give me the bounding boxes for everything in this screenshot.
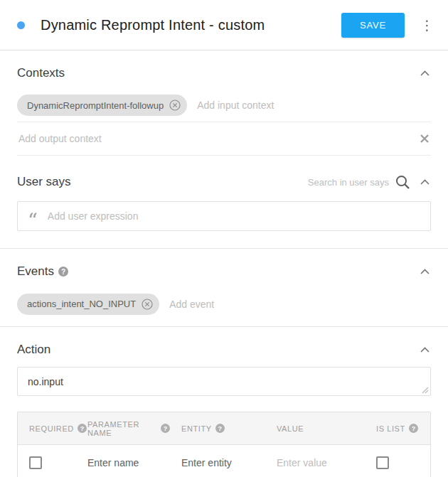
is-list-checkbox[interactable] bbox=[376, 456, 389, 469]
header-is-list: IS LIST ? bbox=[358, 412, 430, 444]
quote-icon: “ bbox=[28, 218, 38, 225]
add-event-input[interactable] bbox=[169, 299, 431, 310]
more-options-icon[interactable]: ⋮ bbox=[416, 16, 438, 35]
user-says-search bbox=[284, 174, 431, 190]
intent-header: Dynamic Reprompt Intent - custom SAVE ⋮ bbox=[0, 0, 448, 50]
user-says-collapse-icon[interactable] bbox=[419, 178, 431, 186]
page-title: Dynamic Reprompt Intent - custom bbox=[41, 17, 265, 33]
input-context-chip-label: DynamicRepromptIntent-followup bbox=[27, 100, 164, 111]
contexts-section: Contexts DynamicRepromptIntent-followup bbox=[0, 50, 448, 156]
parameter-row bbox=[18, 445, 430, 477]
events-collapse-icon[interactable] bbox=[419, 267, 431, 276]
action-section: Action REQUIRED ? PARAMETER NAME ? bbox=[0, 327, 448, 477]
event-chip-label: actions_intent_NO_INPUT bbox=[27, 299, 136, 309]
contexts-title: Contexts bbox=[17, 66, 65, 80]
intent-editor-page: Dynamic Reprompt Intent - custom SAVE ⋮ … bbox=[0, 0, 448, 477]
search-icon[interactable] bbox=[395, 174, 410, 190]
action-section-head: Action bbox=[17, 327, 431, 365]
user-says-section-head: User says bbox=[17, 156, 431, 198]
parameter-name-input[interactable] bbox=[87, 457, 170, 468]
intent-status-dot bbox=[17, 21, 25, 29]
search-in-user-says-input[interactable] bbox=[284, 177, 389, 188]
parameter-name-help-icon[interactable]: ? bbox=[161, 424, 170, 433]
events-section-head: Events ? bbox=[17, 249, 431, 287]
required-checkbox[interactable] bbox=[29, 456, 42, 469]
is-list-cell bbox=[358, 445, 430, 477]
events-help-icon[interactable]: ? bbox=[58, 267, 68, 277]
required-cell bbox=[18, 445, 76, 477]
is-list-help-icon[interactable]: ? bbox=[409, 424, 418, 433]
header-entity: ENTITY ? bbox=[170, 412, 265, 444]
add-output-context-input[interactable] bbox=[18, 133, 418, 144]
action-collapse-icon[interactable] bbox=[419, 345, 431, 354]
user-says-section: User says “ bbox=[0, 156, 448, 249]
action-input[interactable] bbox=[28, 376, 420, 387]
clear-contexts-icon[interactable] bbox=[418, 132, 431, 145]
add-user-expression-input[interactable] bbox=[48, 210, 420, 222]
events-section: Events ? actions_intent_NO_INPUT bbox=[0, 249, 448, 327]
value-cell bbox=[265, 445, 358, 477]
events-title: Events bbox=[17, 264, 54, 279]
parameters-header-row: REQUIRED ? PARAMETER NAME ? ENTITY ? VAL… bbox=[18, 412, 430, 445]
output-contexts-row bbox=[17, 122, 431, 156]
header-required: REQUIRED ? bbox=[18, 412, 76, 444]
input-context-chip: DynamicRepromptIntent-followup bbox=[17, 95, 187, 116]
add-input-context-input[interactable] bbox=[197, 100, 431, 111]
event-chip: actions_intent_NO_INPUT bbox=[17, 294, 159, 315]
entity-cell bbox=[170, 445, 265, 477]
entity-input[interactable] bbox=[181, 457, 265, 468]
action-input-box bbox=[17, 367, 431, 396]
parameters-table: REQUIRED ? PARAMETER NAME ? ENTITY ? VAL… bbox=[17, 412, 431, 477]
parameter-name-cell bbox=[76, 445, 170, 477]
resize-handle[interactable] bbox=[422, 387, 429, 394]
value-input[interactable] bbox=[277, 457, 358, 468]
remove-event-icon[interactable] bbox=[142, 299, 153, 310]
user-expression-box: “ bbox=[17, 201, 431, 231]
action-title: Action bbox=[17, 343, 50, 357]
events-row: actions_intent_NO_INPUT bbox=[17, 287, 431, 321]
entity-help-icon[interactable]: ? bbox=[215, 424, 225, 433]
save-button[interactable]: SAVE bbox=[341, 13, 405, 38]
contexts-section-head: Contexts bbox=[17, 50, 431, 89]
remove-input-context-icon[interactable] bbox=[169, 100, 181, 111]
user-says-title: User says bbox=[17, 175, 71, 189]
contexts-collapse-icon[interactable] bbox=[419, 69, 431, 77]
header-value: VALUE bbox=[265, 412, 358, 444]
input-contexts-row: DynamicRepromptIntent-followup bbox=[17, 89, 431, 122]
header-parameter-name: PARAMETER NAME ? bbox=[76, 412, 170, 444]
